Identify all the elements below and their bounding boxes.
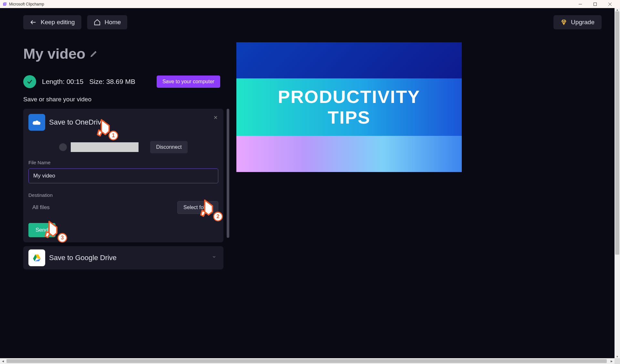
home-icon [94,19,101,26]
minimize-button[interactable] [573,0,588,8]
file-name-input[interactable] [28,168,218,183]
check-circle-icon [23,75,36,88]
chevron-down-icon [212,255,216,260]
svg-rect-3 [594,3,597,5]
window-controls [573,0,617,8]
arrow-left-icon [30,19,37,26]
maximize-button[interactable] [588,0,603,8]
video-preview: PRODUCTIVITY TIPS [236,42,462,172]
avatar [59,143,67,151]
send-button[interactable]: Send [28,223,56,237]
destination-value: All files [28,204,50,211]
save-share-heading: Save or share your video [23,96,223,103]
size-text: Size: 38.69 MB [89,78,135,86]
video-title: My video [23,46,86,62]
diamond-icon [561,19,567,25]
svg-rect-1 [4,2,7,5]
onedrive-title: Save to OneDrive [49,118,105,126]
gdrive-title: Save to Google Drive [49,254,117,262]
file-name-label: File Name [28,160,218,165]
keep-editing-label: Keep editing [41,19,75,26]
preview-text: PRODUCTIVITY TIPS [278,86,420,128]
close-button[interactable] [603,0,617,8]
upgrade-button[interactable]: Upgrade [553,15,602,29]
gdrive-card[interactable]: Save to Google Drive [23,246,223,269]
panel-scrollbar[interactable] [227,109,229,238]
save-to-computer-button[interactable]: Save to your computer [157,76,220,88]
vertical-scrollbar[interactable]: ▲ ▼ [615,8,620,358]
length-text: Length: 00:15 [42,78,83,86]
onedrive-card: Save to OneDrive ✕ Disconnect File Name [23,109,223,242]
status-row: Length: 00:15 Size: 38.69 MB Save to you… [23,75,223,88]
disconnect-button[interactable]: Disconnect [150,141,187,153]
account-name-redacted [71,142,139,152]
topbar: Keep editing Home Upgrade [0,8,615,29]
account-row: Disconnect [28,141,218,153]
scrollbar-corner [615,358,620,364]
app-icon [3,2,7,6]
titlebar: Microsoft Clipchamp [0,0,620,8]
onedrive-icon [28,114,45,131]
video-title-row: My video [23,46,223,62]
destination-label: Destination [28,192,218,198]
pencil-icon[interactable] [90,50,97,57]
keep-editing-button[interactable]: Keep editing [23,15,81,29]
app-body: Keep editing Home Upgrade My video [0,8,620,358]
upgrade-label: Upgrade [571,19,594,26]
select-folder-button[interactable]: Select folder [177,201,218,214]
app-title: Microsoft Clipchamp [9,2,44,6]
google-drive-icon [28,249,45,266]
close-icon[interactable]: ✕ [213,115,218,121]
horizontal-scrollbar[interactable]: ◀ ▶ [0,358,615,364]
home-button[interactable]: Home [87,15,128,29]
home-label: Home [105,19,121,26]
